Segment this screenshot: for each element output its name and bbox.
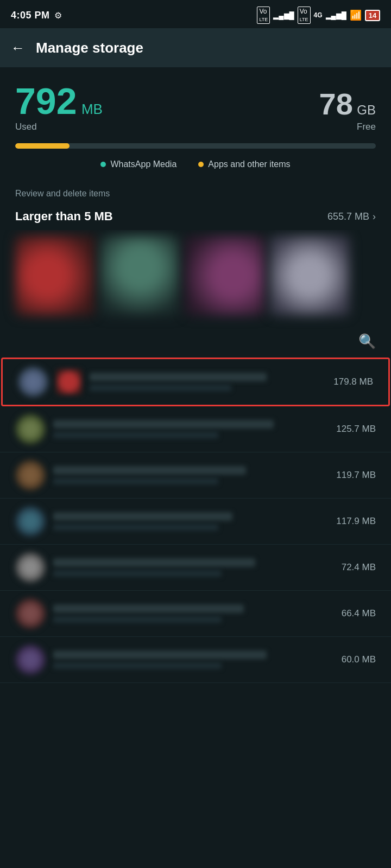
battery-icon: 14 xyxy=(365,10,380,21)
contact-row-5[interactable]: 72.4 MB xyxy=(0,545,391,591)
whatsapp-media-dot xyxy=(100,162,106,167)
free-unit: GB xyxy=(357,103,376,117)
avatar-3 xyxy=(15,460,46,490)
thumbnails-row xyxy=(0,230,391,329)
contact-info-6 xyxy=(53,604,334,623)
contact-list: 179.8 MB 125.7 MB 119.7 MB 117.9 MB xyxy=(0,358,391,683)
wifi-icon: 📶 xyxy=(350,9,362,21)
avatar-4 xyxy=(15,506,46,537)
used-label: Used xyxy=(15,122,103,132)
page-header: ← Manage storage xyxy=(0,28,391,67)
search-row: 🔍 xyxy=(0,329,391,358)
page-title: Manage storage xyxy=(36,40,143,56)
avatar-7 xyxy=(15,644,46,675)
contact-size-5: 72.4 MB xyxy=(342,562,376,573)
storage-legend: WhatsApp Media Apps and other items xyxy=(0,152,391,180)
status-time: 4:05 PM xyxy=(11,10,50,21)
contact-row-4[interactable]: 117.9 MB xyxy=(0,499,391,545)
signal-icon-2: VoLTE xyxy=(298,7,311,24)
contact-row-6[interactable]: 66.4 MB xyxy=(0,591,391,637)
avatar-1 xyxy=(18,367,48,397)
progress-track xyxy=(15,143,376,149)
legend-whatsapp-media: WhatsApp Media xyxy=(100,159,176,169)
contact-sub-blur-6 xyxy=(53,616,222,623)
avatar-6 xyxy=(15,598,46,629)
contact-info-1 xyxy=(90,373,326,391)
contact-name-blur-7 xyxy=(53,650,267,659)
larger-than-label: Larger than 5 MB xyxy=(15,209,113,224)
contact-info-2 xyxy=(53,420,329,438)
contact-size-2: 125.7 MB xyxy=(336,424,376,435)
contact-row-2[interactable]: 125.7 MB xyxy=(0,406,391,452)
contact-name-blur-2 xyxy=(53,420,274,429)
used-unit: MB xyxy=(81,101,103,117)
contact-sub-blur-7 xyxy=(53,662,222,669)
avatar-5 xyxy=(15,552,46,583)
apps-label: Apps and other items xyxy=(208,159,290,169)
free-number: 78 xyxy=(319,87,353,121)
contact-sub-blur-4 xyxy=(53,524,218,531)
contact-thumb-1 xyxy=(56,369,82,395)
contact-row-3[interactable]: 119.7 MB xyxy=(0,452,391,499)
contact-info-3 xyxy=(53,466,329,484)
used-number: 792 xyxy=(15,80,77,122)
contact-row-7[interactable]: 60.0 MB xyxy=(0,637,391,683)
signal-icon-1: VoLTE xyxy=(257,7,270,24)
contact-info-5 xyxy=(53,558,334,577)
contact-sub-blur-3 xyxy=(53,478,218,484)
signal-bars-2: ▂▄▆█ xyxy=(326,11,346,20)
contact-name-blur-1 xyxy=(90,373,267,381)
contact-name-blur-4 xyxy=(53,512,232,521)
back-button[interactable]: ← xyxy=(11,40,25,56)
larger-than-5mb-row[interactable]: Larger than 5 MB 655.7 MB › xyxy=(0,203,391,230)
thumbnail-1[interactable] xyxy=(15,235,96,316)
contact-sub-blur-1 xyxy=(90,385,231,391)
storage-progress-container xyxy=(0,138,391,152)
free-section: 78 GB Free xyxy=(319,89,376,132)
review-section-label: Review and delete items xyxy=(0,180,391,203)
contact-size-3: 119.7 MB xyxy=(336,470,376,481)
network-4g: 4G xyxy=(314,11,323,19)
progress-fill xyxy=(15,143,70,149)
thumbnail-3[interactable] xyxy=(185,235,265,316)
thumbnail-4[interactable] xyxy=(269,235,350,316)
apps-dot xyxy=(198,162,204,167)
contact-sub-blur-5 xyxy=(53,570,222,577)
avatar-2 xyxy=(15,414,46,444)
contact-size-1: 179.8 MB xyxy=(333,376,373,387)
signal-bars-1: ▂▄▆█ xyxy=(273,11,294,20)
status-icons: VoLTE ▂▄▆█ VoLTE 4G ▂▄▆█ 📶 14 xyxy=(257,7,380,24)
free-label: Free xyxy=(319,122,376,132)
storage-stats: 792 MB Used 78 GB Free xyxy=(0,67,391,138)
contact-row-1[interactable]: 179.8 MB xyxy=(1,358,390,406)
contact-info-4 xyxy=(53,512,329,531)
search-button[interactable]: 🔍 xyxy=(358,333,376,350)
contact-size-4: 117.9 MB xyxy=(336,516,376,527)
thumbnail-2[interactable] xyxy=(100,235,180,316)
contact-name-blur-5 xyxy=(53,558,255,567)
contact-info-7 xyxy=(53,650,334,669)
used-section: 792 MB Used xyxy=(15,82,103,132)
legend-apps: Apps and other items xyxy=(198,159,290,169)
contact-name-blur-6 xyxy=(53,604,244,613)
contact-size-6: 66.4 MB xyxy=(342,608,376,619)
contact-size-7: 60.0 MB xyxy=(342,654,376,665)
whatsapp-media-label: WhatsApp Media xyxy=(110,159,176,169)
larger-than-size: 655.7 MB › xyxy=(327,211,376,222)
search-icon: 🔍 xyxy=(358,333,376,349)
contact-name-blur-3 xyxy=(53,466,246,475)
status-bar: 4:05 PM ⚙ VoLTE ▂▄▆█ VoLTE 4G ▂▄▆█ 📶 14 xyxy=(0,0,391,28)
settings-icon: ⚙ xyxy=(54,10,62,21)
contact-sub-blur-2 xyxy=(53,432,218,438)
chevron-right-icon: › xyxy=(373,211,376,222)
